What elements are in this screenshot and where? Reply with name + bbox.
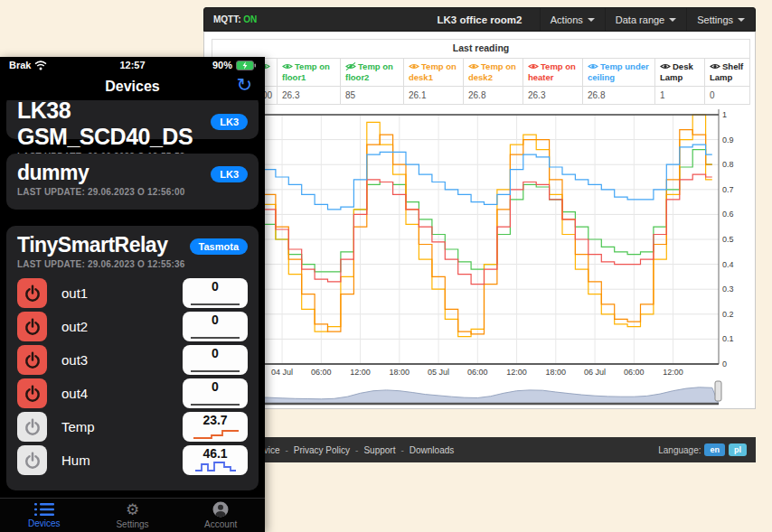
chevron-down-icon	[738, 18, 745, 22]
y-axis-tick: 0.8	[722, 160, 734, 169]
x-axis-tick: 12:00	[350, 368, 371, 377]
eye-icon[interactable]	[282, 62, 293, 70]
tab-settings[interactable]: ⚙ Settings	[89, 499, 177, 532]
chart-navigator[interactable]	[217, 387, 719, 404]
table-title: Last reading	[212, 40, 750, 59]
relay-row-out4: out40	[17, 377, 248, 410]
actions-menu[interactable]: Actions	[540, 8, 605, 31]
device-last-update: LAST UPDATE: 29.06.2023 O 12:55:36	[17, 259, 248, 269]
sensor-value: 23.7	[202, 414, 227, 427]
relay-label: out1	[61, 285, 88, 301]
power-button-out4[interactable]	[17, 378, 47, 408]
eye-icon[interactable]	[528, 62, 539, 70]
x-axis-tick: 06:00	[311, 368, 332, 377]
tab-account[interactable]: Account	[176, 499, 265, 532]
y-axis-tick: 0.9	[722, 135, 734, 145]
sensor-value: 0	[212, 280, 219, 294]
sensor-value: 0	[212, 313, 219, 327]
x-axis-tick: 12:00	[506, 368, 527, 377]
sensor-value: 0	[212, 347, 219, 360]
device-card[interactable]: dummy LAST UPDATE: 29.06.2023 O 12:56:00…	[6, 154, 259, 210]
screen-title: Devices	[105, 79, 160, 95]
reading-column-header[interactable]: Temp on desk2	[464, 58, 523, 87]
device-card[interactable]: LK38 GSM_SCD40_DS LAST UPDATE: 29.06.202…	[6, 94, 259, 139]
tab-devices[interactable]: Devices	[0, 499, 89, 532]
link-separator: -	[355, 445, 358, 455]
eye-slash-icon[interactable]	[345, 62, 356, 70]
timeseries-chart[interactable]: 00.10.20.30.40.50.60.70.80.9104 Jul06:00…	[204, 102, 755, 407]
device-badge[interactable]: Tasmota	[190, 238, 248, 255]
y-axis-tick: 0.6	[722, 210, 734, 219]
y-axis-tick: 0.4	[722, 260, 734, 269]
y-axis-tick: 0.5	[722, 235, 734, 244]
x-axis-tick: 18:00	[546, 368, 567, 377]
power-button-out3[interactable]	[17, 345, 47, 375]
reading-column-header[interactable]: Temp on floor2	[341, 58, 404, 87]
clock: 12:57	[0, 60, 265, 70]
power-button-out1[interactable]	[17, 278, 47, 308]
sparkline-flat	[188, 294, 242, 306]
sparkline-square	[188, 461, 242, 473]
navigator-handle[interactable]	[715, 381, 721, 401]
gear-icon: ⚙	[126, 502, 139, 518]
relay-label: Hum	[61, 453, 90, 468]
value-box-out1[interactable]: 0	[183, 278, 248, 308]
chevron-down-icon	[669, 18, 676, 22]
dashboard-window: MQTT: ON LK3 office room2 Actions Data r…	[203, 7, 756, 32]
eye-icon[interactable]	[660, 62, 671, 70]
value-box-out4[interactable]: 0	[183, 378, 248, 408]
power-icon	[23, 317, 42, 337]
reading-column-header[interactable]: Shelf Lamp	[705, 58, 750, 87]
value-box-temp[interactable]: 23.7	[183, 412, 248, 442]
eye-icon[interactable]	[409, 62, 419, 70]
link-separator: -	[285, 445, 287, 455]
relay-row-hum: Hum46.1	[17, 443, 248, 477]
settings-menu[interactable]: Settings	[686, 8, 755, 31]
relay-label: out4	[61, 386, 88, 401]
sparkline-flat	[188, 360, 242, 373]
y-axis-tick: 0.7	[722, 185, 734, 194]
phone-nav-bar: Devices ↻	[0, 73, 265, 100]
value-box-hum[interactable]: 46.1	[183, 445, 248, 475]
footer-link[interactable]: Downloads	[410, 445, 454, 455]
sparkline-step-up	[188, 427, 242, 440]
series-temp-on-desk1	[217, 115, 712, 337]
relay-row-out2: out20	[17, 310, 248, 343]
eye-icon[interactable]	[588, 62, 598, 70]
reading-column-header[interactable]: Temp on floor1	[278, 58, 341, 87]
dashboard-navbar: MQTT: ON LK3 office room2 Actions Data r…	[203, 7, 756, 32]
power-button-hum[interactable]	[17, 445, 47, 475]
sparkline-flat	[188, 394, 242, 406]
device-badge[interactable]: LK3	[211, 166, 248, 182]
footer-link[interactable]: Privacy Policy	[294, 445, 350, 455]
relay-label: out3	[61, 352, 88, 368]
series-temp-on-desk2	[217, 130, 712, 334]
reading-column-header[interactable]: Desk Lamp	[655, 58, 705, 87]
power-icon	[23, 417, 42, 437]
power-button-out2[interactable]	[17, 312, 47, 341]
relay-row-temp: Temp23.7	[17, 410, 248, 443]
language-en-button[interactable]: en	[704, 443, 725, 456]
last-reading-table: Last readingTemp on floor1Temp on floor2…	[212, 39, 750, 105]
value-box-out2[interactable]: 0	[183, 312, 248, 341]
chevron-down-icon	[588, 18, 595, 22]
x-axis-tick: 05 Jul	[428, 368, 449, 377]
language-pl-button[interactable]: pl	[729, 443, 747, 456]
power-button-temp[interactable]	[17, 412, 47, 442]
phone-tab-bar: Devices ⚙ Settings Account	[0, 498, 265, 532]
device-badge[interactable]: LK3	[211, 114, 248, 130]
refresh-icon[interactable]: ↻	[236, 75, 252, 94]
reading-column-header[interactable]: Temp under ceiling	[583, 58, 655, 87]
power-icon	[23, 451, 42, 471]
series-temp-on-floor1	[217, 150, 712, 272]
reading-column-header[interactable]: Temp on heater	[523, 58, 583, 87]
data-range-menu[interactable]: Data range	[605, 8, 686, 31]
eye-icon[interactable]	[468, 62, 479, 70]
mqtt-status: MQTT: ON	[213, 14, 257, 24]
reading-column-header[interactable]: Temp on desk1	[404, 58, 464, 87]
eye-icon[interactable]	[710, 62, 720, 70]
y-axis-tick: 1	[722, 110, 727, 119]
value-box-out3[interactable]: 0	[183, 345, 248, 375]
device-card[interactable]: TinySmartRelay LAST UPDATE: 29.06.2023 O…	[6, 226, 259, 490]
footer-link[interactable]: Support	[363, 445, 395, 455]
